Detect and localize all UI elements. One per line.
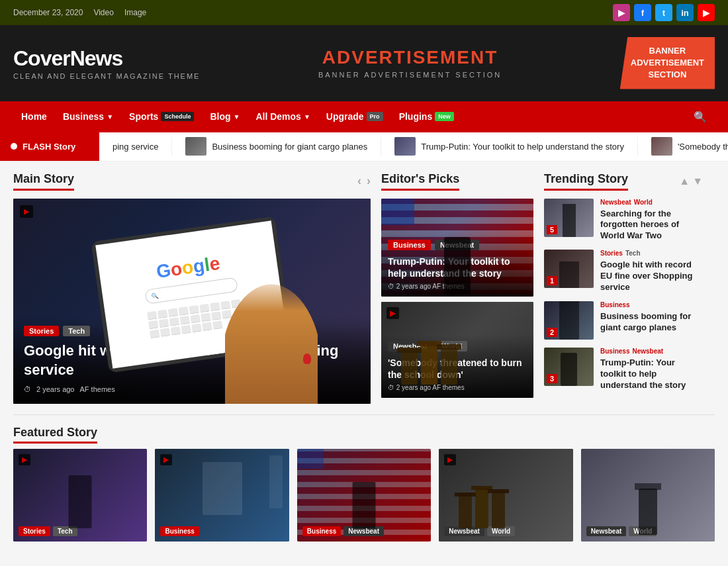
trending-content-4: Business Newsbeat Trump-Putin: Your tool… [600,348,703,391]
trending-title-1: Searching for the forgotten heroes of Wo… [600,209,703,242]
fc-tag-newsbeat-5: Newsbeat [586,526,627,536]
nav-plugins[interactable]: Plugins New [391,102,462,131]
main-story-nav: ‹ › [357,174,371,188]
logo-title: CoverNews [13,46,200,71]
nav-business[interactable]: Business ▼ [55,102,121,131]
trending-img-4: 3 [544,348,594,386]
main-story-title: Main Story ‹ › [13,172,371,191]
fc-badge-4: ▶ [444,454,456,465]
ad-banner-right: BANNER ADVERTISEMENT SECTION [620,37,715,89]
ep-card-1[interactable]: Business Newsbeat Trump-Putin: Your tool… [381,199,533,297]
fc-badge-2: ▶ [160,454,172,465]
fc-tag-business-2: Business [160,526,199,536]
video-camera-icon: ▶ [24,207,29,216]
main-story-section: Main Story ‹ › Google [13,172,371,404]
image-link[interactable]: Image [124,8,146,17]
logo-tagline: CLEAN AND ELEGANT MAGAZINE THEME [13,72,200,80]
featured-card-4[interactable]: ▶ Newsbeat World [439,449,572,542]
google-logo: Google [155,252,221,282]
linkedin-icon[interactable]: in [676,4,694,21]
nav-home[interactable]: Home [13,102,55,131]
trending-tag-tech: Tech [625,250,641,257]
chevron-down-icon: ▼ [304,113,310,120]
flash-item-4[interactable]: 'Somebody threatened [638,137,728,156]
editors-picks-title: Editor's Picks [381,172,533,191]
trending-tag-business-4: Business [600,348,629,355]
featured-card-2[interactable]: ▶ Business [155,449,289,542]
video-badge: ▶ [20,205,33,218]
trending-num-badge-3: 2 [547,328,557,337]
video-link[interactable]: Video [93,8,113,17]
trending-tag-newsbeat-4: Newsbeat [632,348,663,355]
flash-item-1[interactable]: ping service [99,137,172,156]
twitter-icon[interactable]: t [655,4,672,21]
fc-tags-2: Business [160,526,199,536]
ep-card-2[interactable]: ▶ Newsbeat World 'Somebody threatened to… [381,302,533,398]
youtube-icon[interactable]: ▶ [698,4,715,21]
date-label: December 23, 2020 [13,8,83,17]
top-bar: December 23, 2020 Video Image ▶ f t in ▶ [0,0,728,25]
ep-tag-business: Business [388,240,431,250]
flash-item-3[interactable]: Trump-Putin: Your toolkit to help unders… [381,137,638,156]
trending-up-arrow[interactable]: ▲ [679,175,690,187]
ep-card-2-image: ▶ Newsbeat World 'Somebody threatened to… [381,302,533,398]
chevron-down-icon: ▼ [107,113,113,120]
trending-title-4: Trump-Putin: Your toolkit to help unders… [600,357,703,391]
trending-tag-newsbeat: Newsbeat [600,199,631,206]
chevron-down-icon: ▼ [234,113,240,120]
ep-card-1-image: Business Newsbeat Trump-Putin: Your tool… [381,199,533,297]
nav-all-demos[interactable]: All Demos ▼ [248,102,318,131]
clock-icon: ⏱ [24,385,31,393]
fc-badge-1: ▶ [19,454,30,465]
ad-banner-center: ADVERTISEMENT BANNER ADVERTISEMENT SECTI… [200,47,619,79]
flash-item-2[interactable]: Business booming for giant cargo planes [172,137,381,156]
trending-num-badge-2: 1 [547,276,557,285]
flash-thumb-2 [185,137,206,156]
trending-tag-business-3: Business [600,301,629,308]
logo[interactable]: CoverNews CLEAN AND ELEGANT MAGAZINE THE… [13,46,200,80]
trending-num-badge-4: 3 [547,374,557,383]
featured-card-1[interactable]: ▶ Stories Tech [13,449,147,542]
trending-tag-world: World [634,199,653,206]
prev-arrow[interactable]: ‹ [357,174,361,188]
trending-item-2[interactable]: 1 Stories Tech Google hit with record EU… [544,250,703,293]
trending-img-1: 5 [544,199,594,237]
nav-sports[interactable]: Sports Schedule [121,102,202,131]
facebook-icon[interactable]: f [634,4,651,21]
nav-items: Home Business ▼ Sports Schedule Blog ▼ A… [13,102,462,131]
tag-tech: Tech [63,326,90,336]
search-icon[interactable]: 🔍 [686,101,715,132]
trending-section: Trending Story ▲ ▼ 5 Newsbeat World Sear… [544,172,703,404]
trending-img-3: 2 [544,301,594,340]
featured-title: Featured Story [13,426,715,440]
flash-thumb-4 [651,137,672,156]
editors-picks-section: Editor's Picks Business Newsbeat Trump-P [381,172,533,404]
ep-card-2-meta: ⏱ 2 years ago AF themes [388,384,527,391]
fc-tag-business-3: Business [302,526,341,536]
next-arrow[interactable]: › [367,174,371,188]
trending-num-badge-1: 5 [547,225,557,234]
trending-item-3[interactable]: 2 Business Business booming for giant ca… [544,301,703,340]
ep-video-badge-2: ▶ [387,307,399,319]
social-icons: ▶ f t in ▶ [613,4,715,21]
ad-main-text: ADVERTISEMENT [220,47,600,68]
fc-tag-stories-1: Stories [19,526,50,536]
flash-thumb-3 [394,137,416,156]
flash-items: ping service Business booming for giant … [99,137,728,156]
tag-stories: Stories [24,326,59,336]
flash-label: FLASH Story [0,132,99,161]
flash-dot-icon [11,143,17,150]
trending-item-1[interactable]: 5 Newsbeat World Searching for the forgo… [544,199,703,242]
main-story-card[interactable]: Google 🔍 [13,199,371,404]
navigation: Home Business ▼ Sports Schedule Blog ▼ A… [0,101,728,132]
trending-down-arrow[interactable]: ▼ [692,175,703,187]
featured-card-5[interactable]: Newsbeat World [581,449,715,542]
trending-item-4[interactable]: 3 Business Newsbeat Trump-Putin: Your to… [544,348,703,391]
trending-content-3: Business Business booming for giant carg… [600,301,703,334]
nav-blog[interactable]: Blog ▼ [202,102,248,131]
instagram-icon[interactable]: ▶ [613,4,630,21]
nav-upgrade[interactable]: Upgrade Pro [318,102,391,131]
top-bar-left: December 23, 2020 Video Image [13,8,146,17]
featured-card-3[interactable]: Business Newsbeat [297,449,431,542]
featured-grid: ▶ Stories Tech ▶ Business [13,449,715,542]
